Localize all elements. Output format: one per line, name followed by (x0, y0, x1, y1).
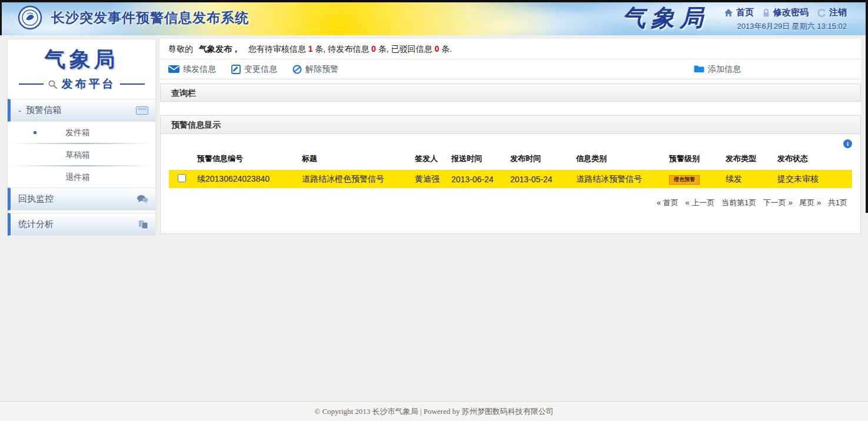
add-info-button[interactable]: 添加信息 (694, 64, 741, 75)
lock-icon (762, 8, 770, 18)
pending-review-count: 1 (308, 44, 313, 54)
pending-publish-count: 0 (371, 44, 376, 54)
warning-info-panel: 预警信息显示 i 预警信息编号 标题 签发人 报送时间 (160, 115, 861, 234)
cell-title: 道路结冰橙色预警信号 (300, 170, 413, 188)
logout-label: 注销 (829, 7, 847, 18)
warning-info-table: 预警信息编号 标题 签发人 报送时间 发布时间 信息类别 预警级别 发布类型 发… (169, 148, 852, 188)
table-row: 续20130624023840 道路结冰橙色预警信号 黄迪强 2013-06-2… (169, 170, 852, 188)
warning-info-panel-header: 预警信息显示 (161, 116, 860, 134)
agency-logo-icon (18, 5, 42, 30)
col-header-category: 信息类别 (574, 148, 667, 170)
main-content: 尊敬的 气象发布， 您有待审核信息 1 条, 待发布信息 0 条, 已驳回信息 … (160, 39, 861, 233)
pagination-next[interactable]: 下一页 » (763, 198, 793, 207)
screen-edge-right (866, 0, 868, 213)
col-header-level: 预警级别 (667, 148, 723, 170)
cell-submit-time: 2013-06-24 (449, 170, 508, 188)
rule-right (120, 83, 145, 85)
pagination-current: 当前第1页 (721, 198, 756, 207)
cell-status: 提交未审核 (775, 170, 852, 188)
pagination: « 首页 « 上一页 当前第1页 下一页 » 尾页 » 共1页 (169, 188, 852, 208)
mailbox-icon (136, 106, 148, 115)
app-header: 长沙突发事件预警信息发布系统 气象局 首页 (0, 0, 868, 35)
cell-issuer: 黄迪强 (413, 170, 449, 188)
resend-info-button[interactable]: 续发信息 (168, 64, 216, 75)
current-user: 气象发布， (199, 44, 240, 54)
cell-publish-type: 续发 (723, 170, 775, 188)
pagination-last[interactable]: 尾页 » (799, 198, 821, 207)
system-title: 长沙突发事件预警信息发布系统 (51, 9, 249, 27)
greeting-text: 条, 待发布信息 (315, 44, 369, 54)
pagination-total: 共1页 (828, 198, 847, 207)
warning-level-badge: 橙色预警 (669, 175, 700, 185)
change-password-link[interactable]: 修改密码 (762, 7, 809, 18)
col-header-publish-type: 发布类型 (723, 148, 775, 170)
submenu-label: 发件箱 (65, 128, 90, 137)
col-header-status: 发布状态 (775, 148, 852, 170)
cancel-warning-label: 解除预警 (305, 64, 338, 75)
action-toolbar: 续发信息 变更信息 解除预警 (160, 59, 861, 79)
sidebar-item-returned[interactable]: 退件箱 (8, 166, 155, 188)
sidebar: 气象局 发布平台 - 预警信箱 发件箱 (7, 39, 156, 232)
add-info-label: 添加信息 (708, 64, 741, 75)
warning-info-panel-title: 预警信息显示 (171, 120, 221, 129)
logout-link[interactable]: 注销 (817, 7, 847, 18)
sidebar-item-outbox[interactable]: 发件箱 (8, 122, 155, 143)
query-panel-header: 查询栏 (160, 83, 861, 102)
search-icon (48, 79, 58, 89)
resend-info-label: 续发信息 (183, 64, 216, 75)
envelope-icon (168, 65, 179, 73)
submenu-label: 草稿箱 (65, 150, 90, 159)
greeting-prefix: 尊敬的 (168, 44, 193, 54)
sidebar-item-warning-inbox[interactable]: - 预警信箱 (8, 99, 155, 122)
cell-category: 道路结冰预警信号 (574, 170, 667, 188)
cell-publish-time: 2013-05-24 (508, 170, 574, 188)
col-header-id: 预警信息编号 (195, 148, 300, 170)
datetime-display: 2013年6月29日 星期六 13:15:02 (737, 21, 847, 32)
col-header-issuer: 签发人 (413, 148, 449, 170)
screen-edge-left (0, 0, 2, 35)
cancel-warning-button[interactable]: 解除预警 (292, 64, 338, 75)
rejected-count: 0 (434, 44, 439, 54)
table-header-row: 预警信息编号 标题 签发人 报送时间 发布时间 信息类别 预警级别 发布类型 发… (169, 148, 852, 170)
sidebar-logo-title: 气象局 (8, 45, 155, 74)
sidebar-logo-subtitle: 发布平台 (62, 76, 116, 92)
change-password-label: 修改密码 (773, 7, 809, 18)
change-info-button[interactable]: 变更信息 (231, 64, 277, 75)
sidebar-item-label: 预警信箱 (26, 105, 61, 116)
sidebar-logo: 气象局 发布平台 (8, 39, 155, 99)
pagination-first[interactable]: « 首页 (657, 198, 679, 207)
footer: © Copyright 2013 长沙市气象局 | Powered by 苏州梦… (0, 402, 868, 421)
bureau-brand: 气象局 (622, 3, 709, 32)
info-icon[interactable]: i (843, 139, 852, 148)
change-info-label: 变更信息 (244, 64, 277, 75)
greeting-text: 您有待审核信息 (248, 44, 306, 54)
home-label: 首页 (736, 7, 754, 18)
folder-icon (694, 65, 704, 73)
sidebar-item-label: 统计分析 (18, 219, 54, 230)
home-link[interactable]: 首页 (724, 7, 754, 18)
home-icon (724, 8, 733, 17)
col-header-publish-time: 发布时间 (508, 148, 574, 170)
copy-pages-icon (138, 220, 148, 229)
copyright-text: © Copyright 2013 长沙市气象局 | Powered by 苏州梦… (314, 407, 553, 416)
greeting-bar: 尊敬的 气象发布， 您有待审核信息 1 条, 待发布信息 0 条, 已驳回信息 … (160, 39, 861, 59)
screen-edge-top (0, 0, 868, 2)
row-checkbox[interactable] (178, 174, 186, 182)
col-header-submit-time: 报送时间 (449, 148, 508, 170)
sidebar-item-label: 回执监控 (18, 193, 54, 205)
submenu-label: 退件箱 (65, 172, 90, 182)
query-panel-title: 查询栏 (171, 88, 196, 98)
chat-bubbles-icon (137, 195, 148, 204)
rule-left (19, 83, 44, 85)
greeting-text: 条, 已驳回信息 (378, 44, 433, 54)
ban-icon (292, 65, 302, 74)
logout-refresh-icon (817, 8, 826, 18)
col-header-title: 标题 (300, 148, 413, 170)
sidebar-item-drafts[interactable]: 草稿箱 (8, 144, 155, 165)
active-dot (34, 131, 36, 134)
pagination-prev[interactable]: « 上一页 (686, 198, 715, 207)
greeting-suffix: 条. (441, 44, 452, 54)
collapse-indicator: - (18, 105, 21, 115)
sidebar-item-statistics[interactable]: 统计分析 (8, 213, 155, 236)
sidebar-item-receipt-monitor[interactable]: 回执监控 (8, 188, 155, 210)
